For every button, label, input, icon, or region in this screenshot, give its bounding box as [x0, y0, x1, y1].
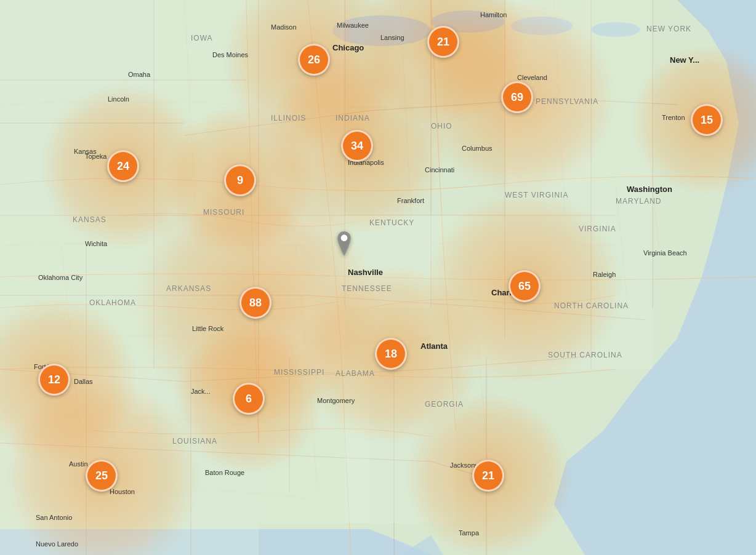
svg-rect-31: [0, 0, 154, 215]
svg-rect-42: [345, 369, 456, 523]
cluster-marker-detroit[interactable]: 21: [427, 26, 459, 58]
svg-point-48: [341, 234, 348, 241]
cluster-marker-houston[interactable]: 25: [86, 460, 118, 492]
svg-rect-34: [0, 215, 154, 369]
cluster-marker-charlotte[interactable]: 65: [509, 270, 541, 302]
cluster-marker-atlanta[interactable]: 18: [375, 338, 407, 370]
cluster-marker-mississippi[interactable]: 6: [233, 383, 265, 415]
cluster-marker-st-louis[interactable]: 9: [224, 164, 256, 196]
svg-rect-43: [431, 215, 505, 369]
cluster-marker-indianapolis[interactable]: 34: [341, 130, 373, 162]
cluster-marker-chicago[interactable]: 26: [298, 44, 330, 76]
cluster-marker-dallas[interactable]: 12: [38, 364, 70, 396]
svg-rect-36: [259, 215, 345, 369]
cluster-marker-kansas-city[interactable]: 24: [107, 150, 139, 182]
map-pin: [334, 231, 354, 258]
svg-rect-47: [591, 185, 653, 369]
cluster-marker-cleveland[interactable]: 69: [501, 81, 533, 113]
svg-rect-33: [259, 0, 345, 215]
svg-point-1: [332, 15, 431, 46]
svg-rect-46: [591, 0, 653, 185]
cluster-marker-arkansas[interactable]: 88: [239, 287, 271, 319]
cluster-marker-new-york[interactable]: 15: [691, 104, 723, 136]
cluster-marker-jacksonville[interactable]: 21: [472, 460, 504, 492]
map-container: IOWAILLINOISINDIANAOHIOPENNSYLVANIANEW Y…: [0, 0, 756, 555]
svg-rect-39: [0, 369, 154, 555]
